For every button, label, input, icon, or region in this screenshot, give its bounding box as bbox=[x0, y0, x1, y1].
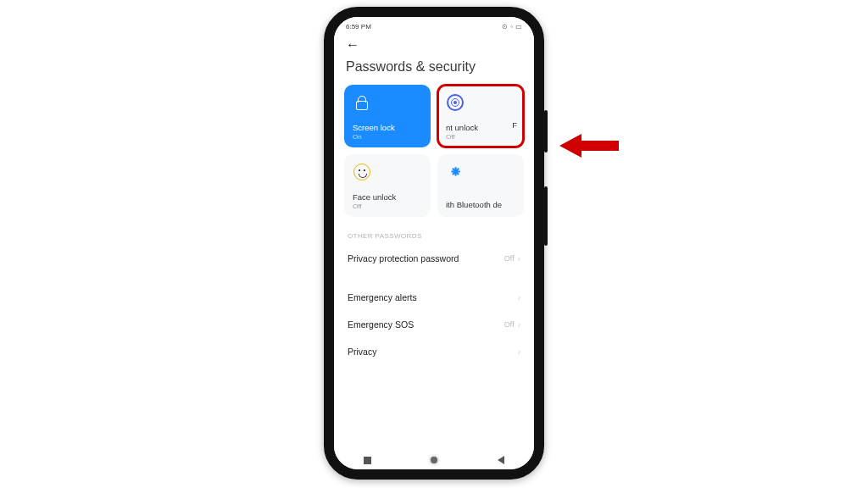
lock-icon bbox=[353, 93, 371, 112]
arrow-head-icon bbox=[559, 134, 581, 158]
item-label: Emergency SOS bbox=[348, 319, 414, 330]
item-right: › bbox=[515, 293, 520, 302]
annotation-arrow bbox=[559, 134, 619, 158]
section-other-passwords: OTHER PASSWORDS bbox=[334, 217, 534, 245]
item-privacy-protection-password[interactable]: Privacy protection password Off › bbox=[334, 245, 534, 272]
item-right: Off › bbox=[504, 320, 520, 330]
arrow-shaft bbox=[581, 141, 619, 151]
chevron-right-icon: › bbox=[518, 254, 520, 263]
status-bar: 6:59 PM ⊙ ◦ ▭ bbox=[334, 17, 534, 32]
phone-frame: 6:59 PM ⊙ ◦ ▭ ← Passwords & security Scr… bbox=[324, 7, 544, 480]
card-label: ith Bluetooth de bbox=[446, 201, 515, 210]
nav-back-button[interactable] bbox=[498, 456, 504, 464]
chevron-right-icon: › bbox=[518, 347, 520, 357]
chevron-right-icon: › bbox=[518, 293, 520, 302]
status-time: 6:59 PM bbox=[346, 23, 371, 30]
bluetooth-icon: ⁕ bbox=[446, 163, 465, 181]
security-cards: Screen lock On nt unlock F Off Face unlo bbox=[334, 85, 534, 217]
chevron-right-icon: › bbox=[518, 320, 520, 330]
screen: 6:59 PM ⊙ ◦ ▭ ← Passwords & security Scr… bbox=[334, 17, 534, 469]
item-emergency-sos[interactable]: Emergency SOS Off › bbox=[334, 311, 534, 338]
card-screen-lock[interactable]: Screen lock On bbox=[344, 85, 431, 147]
card-bluetooth-unlock[interactable]: ⁕ ith Bluetooth de bbox=[437, 154, 524, 217]
item-label: Emergency alerts bbox=[348, 292, 417, 302]
nav-recent-button[interactable] bbox=[364, 457, 371, 464]
card-label: Screen lock bbox=[353, 124, 422, 133]
card-label: nt unlock F bbox=[446, 124, 515, 133]
battery-icon: ▭ bbox=[515, 23, 522, 30]
item-right: Off › bbox=[504, 254, 520, 263]
wifi-icon: ◦ bbox=[510, 23, 513, 30]
item-status: Off bbox=[504, 254, 515, 263]
page-title: Passwords & security bbox=[334, 54, 534, 85]
nav-home-button[interactable] bbox=[431, 457, 437, 463]
card-fingerprint-unlock[interactable]: nt unlock F Off bbox=[437, 85, 524, 147]
card-face-unlock[interactable]: Face unlock Off bbox=[344, 154, 431, 217]
face-icon bbox=[353, 163, 371, 181]
status-right: ⊙ ◦ ▭ bbox=[502, 23, 522, 30]
card-status: Off bbox=[446, 133, 515, 141]
card-status: Off bbox=[353, 202, 422, 210]
alarm-icon: ⊙ bbox=[502, 23, 508, 30]
item-privacy[interactable]: Privacy › bbox=[334, 338, 534, 365]
back-button[interactable]: ← bbox=[346, 37, 359, 52]
item-label: Privacy protection password bbox=[348, 253, 459, 263]
card-status: On bbox=[353, 133, 422, 141]
item-status: Off bbox=[504, 320, 515, 329]
item-right: › bbox=[515, 347, 520, 357]
card-label: Face unlock bbox=[353, 193, 422, 202]
item-emergency-alerts[interactable]: Emergency alerts › bbox=[334, 284, 534, 311]
fingerprint-icon bbox=[446, 93, 465, 112]
item-label: Privacy bbox=[348, 347, 376, 357]
android-navbar bbox=[334, 449, 534, 469]
spacer bbox=[334, 272, 534, 284]
